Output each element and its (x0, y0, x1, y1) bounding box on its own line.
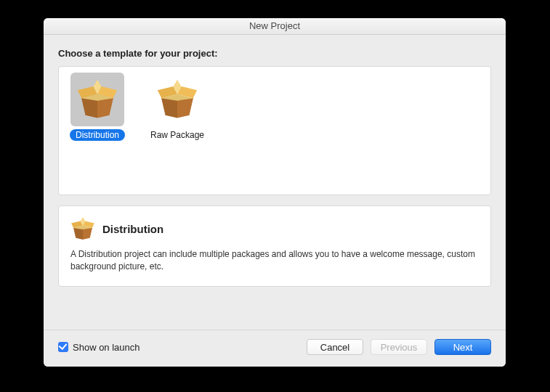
svg-marker-2 (97, 98, 113, 118)
template-label: Distribution (70, 129, 125, 141)
svg-marker-16 (83, 228, 92, 240)
checkmark-icon (58, 342, 68, 352)
package-box-icon (150, 73, 204, 126)
svg-marker-9 (177, 98, 193, 118)
window-title: New Project (44, 18, 506, 35)
svg-marker-1 (81, 98, 97, 118)
previous-button: Previous (371, 339, 427, 355)
checkbox-label: Show on launch (73, 342, 140, 353)
template-item-raw-package[interactable]: Raw Package (145, 73, 210, 141)
description-title: Distribution (102, 223, 163, 235)
cancel-button[interactable]: Cancel (307, 339, 363, 355)
description-panel: Distribution A Distribution project can … (58, 205, 491, 287)
template-label: Raw Package (145, 129, 210, 141)
show-on-launch-checkbox[interactable]: Show on launch (58, 342, 140, 353)
svg-marker-15 (73, 228, 83, 240)
template-grid: Distribution Raw Package (58, 66, 491, 195)
new-project-window: New Project Choose a template for your p… (44, 18, 506, 367)
package-box-icon (70, 216, 95, 241)
dialog-footer: Show on launch Cancel Previous Next (44, 330, 506, 367)
dialog-body: Choose a template for your project: Dist… (44, 35, 506, 330)
template-item-distribution[interactable]: Distribution (65, 73, 130, 141)
package-box-icon (70, 73, 124, 126)
svg-marker-8 (161, 98, 177, 118)
description-text: A Distribution project can include multi… (70, 248, 479, 273)
next-button[interactable]: Next (434, 339, 491, 355)
choose-template-heading: Choose a template for your project: (58, 48, 491, 59)
